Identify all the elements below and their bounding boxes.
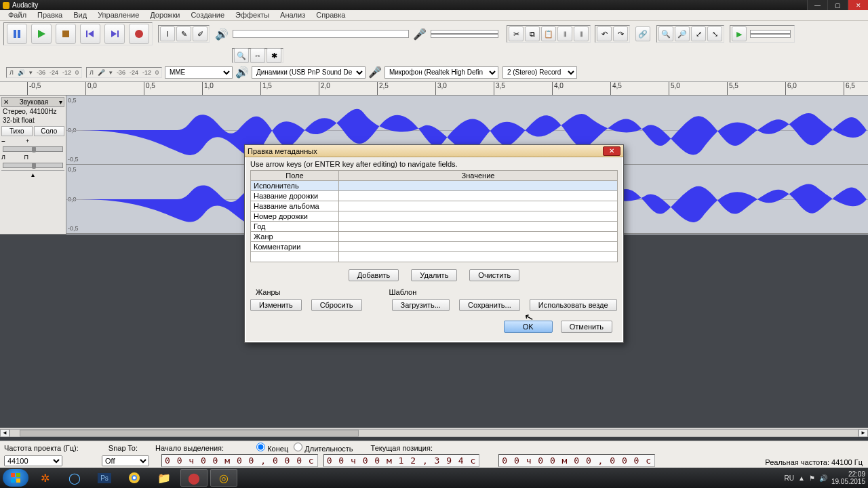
task-chrome[interactable] bbox=[121, 469, 148, 487]
selection-bar: Частота проекта (Гц): Snap To: Начало вы… bbox=[0, 441, 868, 468]
reset-genres-button[interactable]: Сбросить bbox=[311, 299, 362, 311]
menu-effects[interactable]: Эффекты bbox=[230, 10, 275, 20]
dialog-titlebar[interactable]: Правка метаданных ✕ bbox=[245, 145, 623, 157]
load-template-button[interactable]: Загрузить... bbox=[392, 299, 450, 311]
skip-start-button[interactable] bbox=[80, 24, 100, 44]
start-button[interactable] bbox=[3, 469, 28, 487]
menu-view[interactable]: Вид bbox=[68, 10, 92, 20]
selection-tool[interactable]: I bbox=[160, 26, 175, 41]
tools-toolbar-row2: 🔍 ↔ ✱ bbox=[232, 48, 283, 63]
svg-rect-12 bbox=[16, 479, 20, 483]
trim-button[interactable]: ⦀ bbox=[557, 26, 572, 41]
sync-lock-button[interactable]: 🔗 bbox=[635, 26, 650, 41]
task-audacity[interactable]: ◎ bbox=[210, 469, 237, 487]
system-tray[interactable]: RU ▲ ⚑ 🔊 22:09 19.05.2015 bbox=[785, 470, 865, 485]
window-title: Audacity bbox=[12, 1, 807, 9]
timeline-ruler[interactable]: -0,5 0,0 0,5 1,0 1,5 2,0 2,5 3,0 3,5 4,0… bbox=[0, 82, 868, 96]
horizontal-scrollbar[interactable]: ◄ ► bbox=[0, 428, 868, 437]
zoom-in-button[interactable]: 🔍 bbox=[658, 26, 673, 41]
duration-radio[interactable] bbox=[294, 443, 302, 451]
play-at-speed-button[interactable]: ▶ bbox=[732, 26, 747, 41]
sel-start-time[interactable]: 0 0 ч 0 0 м 0 0 , 0 0 0 с bbox=[161, 454, 318, 467]
envelope-tool[interactable]: ✎ bbox=[176, 26, 191, 41]
tray-lang[interactable]: RU bbox=[785, 474, 794, 482]
speed-slider[interactable] bbox=[750, 30, 791, 38]
host-select[interactable]: MME bbox=[165, 66, 233, 79]
task-explorer[interactable]: 📁 bbox=[151, 469, 178, 487]
record-channels-select[interactable]: 2 (Stereo) Record bbox=[502, 66, 577, 79]
redo-button[interactable]: ↷ bbox=[613, 26, 628, 41]
draw-tool[interactable]: ✐ bbox=[193, 26, 208, 41]
fit-sel-button[interactable]: ⤢ bbox=[691, 26, 706, 41]
clear-button[interactable]: Очистить bbox=[469, 269, 519, 281]
cancel-button[interactable]: Отменить bbox=[561, 321, 612, 333]
svg-point-8 bbox=[135, 30, 143, 38]
menu-generate[interactable]: Создание bbox=[185, 10, 230, 20]
gain-slider[interactable] bbox=[3, 146, 63, 152]
input-device-select[interactable]: Микрофон (Realtek High Defin bbox=[384, 66, 498, 79]
project-rate-select[interactable]: 44100 bbox=[4, 455, 62, 466]
close-button[interactable]: ✕ bbox=[848, 0, 868, 10]
sel-end-time[interactable]: 0 0 ч 0 0 м 1 2 , 3 9 4 с bbox=[323, 454, 480, 467]
add-button[interactable]: Добавить bbox=[349, 269, 399, 281]
task-xampp[interactable]: ✲ bbox=[31, 469, 58, 487]
silence-button[interactable]: ⦀ bbox=[574, 26, 589, 41]
zoom-out-button[interactable]: 🔎 bbox=[675, 26, 690, 41]
transport-toolbar bbox=[3, 22, 153, 45]
zoom-tool[interactable]: 🔍 bbox=[234, 48, 249, 63]
fit-project-button[interactable]: ⤡ bbox=[707, 26, 722, 41]
mic-icon: 🎤 bbox=[98, 69, 105, 76]
snap-to-select[interactable]: Off bbox=[102, 455, 149, 466]
pause-button[interactable] bbox=[7, 24, 27, 44]
copy-button[interactable]: ⧉ bbox=[525, 26, 540, 41]
undo-button[interactable]: ↶ bbox=[597, 26, 612, 41]
end-radio[interactable] bbox=[256, 443, 265, 451]
task-recorder[interactable]: ⬤ bbox=[180, 469, 208, 487]
timeshift-tool[interactable]: ↔ bbox=[250, 48, 265, 63]
scroll-left-button[interactable]: ◄ bbox=[0, 429, 9, 437]
playback-meter-slider[interactable] bbox=[233, 30, 409, 38]
metadata-table[interactable]: ПолеЗначение Исполнитель Название дорожк… bbox=[250, 170, 618, 262]
menu-tracks[interactable]: Дорожки bbox=[144, 10, 185, 20]
task-photoshop[interactable]: Ps bbox=[91, 469, 118, 487]
menu-analyze[interactable]: Анализ bbox=[275, 10, 311, 20]
use-everywhere-button[interactable]: Использовать везде bbox=[530, 299, 617, 311]
windows-taskbar[interactable]: ✲ ◯ Ps 📁 ⬤ ◎ RU ▲ ⚑ 🔊 22:09 19.05.2015 bbox=[0, 468, 868, 488]
stop-button[interactable] bbox=[56, 24, 76, 44]
save-template-button[interactable]: Сохранить... bbox=[459, 299, 520, 311]
menu-help[interactable]: Справка bbox=[311, 10, 351, 20]
scroll-right-button[interactable]: ► bbox=[859, 429, 868, 437]
current-pos-time[interactable]: 0 0 ч 0 0 м 0 0 , 0 0 0 с bbox=[498, 454, 655, 467]
svg-rect-3 bbox=[62, 30, 69, 37]
play-button[interactable] bbox=[31, 24, 52, 44]
real-rate-label: Реальная частота: 44100 Гц bbox=[765, 458, 863, 466]
output-device-select[interactable]: Динамики (USB PnP Sound De bbox=[252, 66, 366, 79]
record-meter-slider[interactable] bbox=[431, 30, 498, 38]
tray-network-icon: ⚑ bbox=[809, 474, 815, 482]
ok-button[interactable]: OK bbox=[504, 321, 553, 333]
tray-volume-icon[interactable]: 🔊 bbox=[819, 474, 827, 482]
dialog-close-button[interactable]: ✕ bbox=[603, 146, 620, 156]
cut-button[interactable]: ✂ bbox=[509, 26, 524, 41]
window-titlebar: Audacity — ▢ ✕ bbox=[0, 0, 868, 10]
multi-tool[interactable]: ✱ bbox=[267, 48, 281, 63]
collapse-button[interactable]: ▴ bbox=[1, 170, 64, 178]
record-button[interactable] bbox=[129, 24, 149, 44]
tray-clock[interactable]: 22:09 19.05.2015 bbox=[831, 470, 865, 485]
metadata-dialog: Правка метаданных ✕ Use arrow keys (or E… bbox=[244, 144, 624, 343]
svg-rect-0 bbox=[14, 30, 16, 38]
task-opera[interactable]: ◯ bbox=[61, 469, 88, 487]
minimize-button[interactable]: — bbox=[807, 0, 827, 10]
skip-end-button[interactable] bbox=[104, 24, 125, 44]
mute-button[interactable]: Тихо bbox=[1, 126, 33, 136]
paste-button[interactable]: 📋 bbox=[541, 26, 556, 41]
pan-slider[interactable] bbox=[3, 163, 63, 168]
solo-button[interactable]: Соло bbox=[34, 126, 65, 136]
menu-edit[interactable]: Правка bbox=[32, 10, 68, 20]
menu-file[interactable]: Файл bbox=[3, 10, 32, 20]
menu-transport[interactable]: Управление bbox=[92, 10, 144, 20]
delete-button[interactable]: Удалить bbox=[411, 269, 457, 281]
edit-genres-button[interactable]: Изменить bbox=[250, 299, 302, 311]
maximize-button[interactable]: ▢ bbox=[827, 0, 848, 10]
track-control-panel[interactable]: ✕Звуковая▾ Стерео, 44100Hz 32-bit float … bbox=[0, 96, 66, 235]
